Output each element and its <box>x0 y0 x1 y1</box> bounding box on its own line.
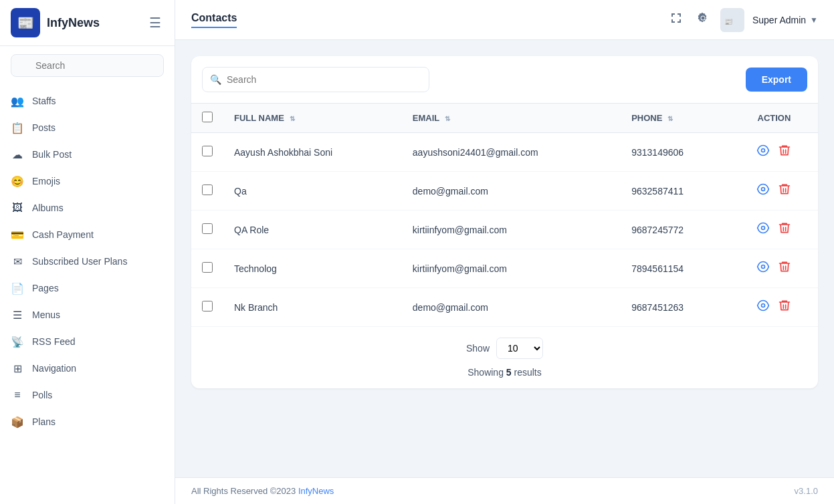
sidebar: 📰 InfyNews ☰ 🔍 👥 Staffs 📋 Posts ☁ Bulk P… <box>0 0 175 504</box>
sidebar-item-staffs[interactable]: 👥 Staffs <box>0 88 175 114</box>
pages-icon: 📄 <box>11 281 24 295</box>
trash-icon <box>778 182 791 196</box>
view-button[interactable] <box>755 142 771 162</box>
row-actions <box>730 288 818 327</box>
polls-icon: ≡ <box>11 388 24 402</box>
app-logo: 📰 <box>11 8 40 37</box>
menu-toggle-button[interactable]: ☰ <box>146 12 164 33</box>
export-button[interactable]: Export <box>746 68 807 92</box>
sidebar-item-label: Posts <box>32 122 56 133</box>
table-row: Technolog kirtiinfyom@gmail.com 78945611… <box>191 249 818 288</box>
sidebar-item-cash-payment[interactable]: 💳 Cash Payment <box>0 221 175 248</box>
select-all-header <box>191 104 223 133</box>
sidebar-item-menus[interactable]: ☰ Menus <box>0 301 175 328</box>
search-wrapper: 🔍 <box>202 67 735 92</box>
row-email: demo@gmail.com <box>402 288 621 327</box>
username-label: Super Admin <box>752 15 806 25</box>
row-phone: 9632587411 <box>621 172 730 211</box>
sidebar-search-input[interactable] <box>11 54 164 77</box>
results-text: Showing 5 results <box>467 367 542 378</box>
sidebar-item-pages[interactable]: 📄 Pages <box>0 275 175 301</box>
column-phone[interactable]: PHONE ⇅ <box>621 104 730 133</box>
row-phone: 9687451263 <box>621 288 730 327</box>
expand-icon <box>669 11 683 25</box>
svg-point-6 <box>762 304 765 307</box>
sidebar-item-albums[interactable]: 🖼 Albums <box>0 195 175 221</box>
results-suffix: results <box>514 367 542 378</box>
col-label: EMAIL <box>413 113 439 123</box>
column-action: ACTION <box>730 104 818 133</box>
sidebar-item-polls[interactable]: ≡ Polls <box>0 382 175 408</box>
avatar: 📰 <box>720 8 744 32</box>
row-checkbox-cell <box>191 133 223 172</box>
sidebar-item-rss-feed[interactable]: 📡 RSS Feed <box>0 328 175 355</box>
avatar-image: 📰 <box>722 9 743 31</box>
sidebar-item-label: Navigation <box>32 363 76 374</box>
expand-button[interactable] <box>667 9 686 31</box>
sidebar-item-bulk-post[interactable]: ☁ Bulk Post <box>0 141 175 168</box>
row-checkbox[interactable] <box>202 301 213 311</box>
show-label: Show <box>466 343 490 354</box>
sort-icon-email: ⇅ <box>445 115 450 122</box>
row-checkbox-cell <box>191 249 223 288</box>
row-checkbox[interactable] <box>202 146 213 156</box>
sidebar-item-plans[interactable]: 📦 Plans <box>0 408 175 435</box>
row-email: demo@gmail.com <box>402 172 621 211</box>
results-prefix: Showing <box>467 367 504 378</box>
column-email[interactable]: EMAIL ⇅ <box>402 104 621 133</box>
view-button[interactable] <box>755 297 771 317</box>
column-full-name[interactable]: FULL NAME ⇅ <box>223 104 402 133</box>
sidebar-item-subscribed-user-plans[interactable]: ✉ Subscribed User Plans <box>0 248 175 275</box>
row-checkbox[interactable] <box>202 223 213 234</box>
subscribed-plans-icon: ✉ <box>11 255 24 268</box>
sidebar-item-label: Plans <box>32 416 56 427</box>
row-checkbox[interactable] <box>202 184 213 195</box>
emojis-icon: 😊 <box>11 174 24 188</box>
row-full-name: Technolog <box>223 249 402 288</box>
view-button[interactable] <box>755 259 771 278</box>
search-input[interactable] <box>202 67 429 92</box>
settings-button[interactable] <box>694 9 712 31</box>
delete-button[interactable] <box>776 297 793 317</box>
delete-button[interactable] <box>776 181 793 201</box>
search-icon: 🔍 <box>210 74 221 85</box>
footer-link[interactable]: InfyNews <box>298 486 334 496</box>
main-content: Contacts 📰 Super Admin <box>175 0 834 504</box>
trash-icon <box>778 260 791 273</box>
show-per-page-select[interactable]: 10 25 50 100 <box>496 338 543 359</box>
row-email: kirtiinfyom@gmail.com <box>402 211 621 249</box>
row-actions <box>730 249 818 288</box>
topbar: Contacts 📰 Super Admin <box>175 0 834 40</box>
table-row: QA Role kirtiinfyom@gmail.com 9687245772 <box>191 211 818 249</box>
row-phone: 7894561154 <box>621 249 730 288</box>
topbar-right: 📰 Super Admin ▼ <box>667 8 818 32</box>
row-checkbox[interactable] <box>202 262 213 273</box>
row-actions <box>730 133 818 172</box>
sidebar-search-container: 🔍 <box>0 46 175 85</box>
delete-button[interactable] <box>776 142 793 162</box>
table-row: Nk Branch demo@gmail.com 9687451263 <box>191 288 818 327</box>
col-label: PHONE <box>631 113 662 123</box>
delete-button[interactable] <box>776 220 793 239</box>
svg-text:📰: 📰 <box>724 17 733 26</box>
user-menu[interactable]: Super Admin ▼ <box>752 15 818 25</box>
sidebar-item-navigation[interactable]: ⊞ Navigation <box>0 355 175 382</box>
row-full-name: Aayush Ashokbhai Soni <box>223 133 402 172</box>
sidebar-item-posts[interactable]: 📋 Posts <box>0 114 175 141</box>
row-actions <box>730 172 818 211</box>
sidebar-item-emojis[interactable]: 😊 Emojis <box>0 168 175 195</box>
plans-icon: 📦 <box>11 415 24 428</box>
view-button[interactable] <box>755 181 771 201</box>
sidebar-item-label: Subscribed User Plans <box>32 256 127 267</box>
page-title: Contacts <box>191 12 237 28</box>
posts-icon: 📋 <box>11 121 24 134</box>
sidebar-item-label: Polls <box>32 390 52 400</box>
row-phone: 9687245772 <box>621 211 730 249</box>
eye-icon <box>756 260 770 273</box>
select-all-checkbox[interactable] <box>202 112 213 122</box>
view-button[interactable] <box>755 220 771 239</box>
row-actions <box>730 211 818 249</box>
delete-button[interactable] <box>776 259 793 278</box>
navigation-icon: ⊞ <box>11 362 24 375</box>
version-text: v3.1.0 <box>795 486 818 496</box>
